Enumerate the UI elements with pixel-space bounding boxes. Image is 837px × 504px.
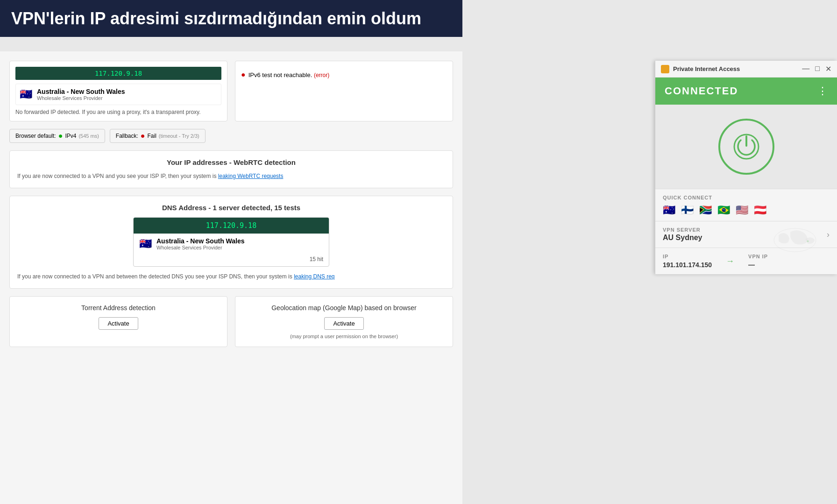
protocol-badge-ipv4: Browser default: ● IPv4 (545 ms) bbox=[9, 129, 105, 143]
fallback-note: (timeout - Try 2/3) bbox=[159, 133, 199, 139]
ipv4-time: (545 ms) bbox=[78, 133, 99, 139]
dns-isp-info: 🇦🇺 Australia - New South Wales Wholesale… bbox=[134, 234, 329, 254]
quick-connect-flag-br[interactable]: 🇧🇷 bbox=[717, 205, 730, 215]
pia-title-left: Private Internet Access bbox=[661, 65, 740, 73]
ipv4-label: IPv4 bbox=[65, 133, 76, 139]
pia-widget: Private Internet Access — □ ✕ CONNECTED … bbox=[655, 61, 837, 274]
pia-connected-bar: CONNECTED ⋮ bbox=[655, 78, 837, 105]
browser-content: 117.120.9.18 🇦🇺 Australia - New South Wa… bbox=[0, 51, 462, 504]
isp-section: 117.120.9.18 🇦🇺 Australia - New South Wa… bbox=[9, 61, 453, 121]
top-banner: VPN'lerin IP adresimi sızdırmadığından e… bbox=[0, 0, 462, 37]
protocol-badge-fallback: Fallback: ● Fail (timeout - Try 2/3) bbox=[110, 129, 206, 143]
quick-connect-flag-us[interactable]: 🇺🇸 bbox=[736, 205, 748, 215]
dns-card: 117.120.9.18 🇦🇺 Australia - New South Wa… bbox=[133, 217, 329, 267]
world-map-icon bbox=[772, 226, 818, 254]
isp-left-card: 117.120.9.18 🇦🇺 Australia - New South Wa… bbox=[9, 61, 227, 121]
torrent-action-card: Torrent Address detection Activate bbox=[9, 296, 227, 347]
power-ring[interactable] bbox=[718, 119, 774, 175]
ip-display-top: 117.120.9.18 bbox=[15, 67, 221, 80]
au-flag-icon: 🇦🇺 bbox=[20, 89, 32, 99]
webrtc-section: Your IP addresses - WebRTC detection If … bbox=[9, 150, 453, 188]
pia-server-section[interactable]: VPN SERVER AU Sydney › bbox=[655, 221, 837, 248]
ipv6-dot: ● bbox=[241, 71, 246, 79]
fallback-status: Fail bbox=[148, 133, 156, 139]
webrtc-title: Your IP addresses - WebRTC detection bbox=[17, 158, 445, 166]
dns-isp-text: Australia - New South Wales Wholesale Se… bbox=[156, 237, 245, 250]
geolocation-title: Geolocation map (Google Map) based on br… bbox=[243, 304, 445, 312]
no-forwarded-text: No forwarded IP detected. If you are usi… bbox=[15, 109, 221, 115]
ip-label: IP bbox=[663, 254, 712, 259]
quick-connect-flag-au[interactable]: 🇦🇺 bbox=[663, 205, 675, 215]
protocol-row: Browser default: ● IPv4 (545 ms) Fallbac… bbox=[9, 129, 453, 143]
fallback-dot: ● bbox=[141, 132, 145, 140]
pia-titlebar: Private Internet Access — □ ✕ bbox=[655, 61, 837, 78]
isp-subtitle: Wholesale Services Provider bbox=[37, 95, 125, 101]
quick-connect-flag-fi[interactable]: 🇫🇮 bbox=[681, 205, 694, 215]
ip-arrow-icon: → bbox=[726, 256, 734, 266]
pia-connected-text: CONNECTED bbox=[665, 85, 738, 97]
quick-connect-label: QUICK CONNECT bbox=[663, 195, 830, 200]
pia-window-controls: — □ ✕ bbox=[802, 64, 831, 73]
server-chevron-icon[interactable]: › bbox=[827, 230, 830, 240]
torrent-title: Torrent Address detection bbox=[17, 304, 220, 312]
ip-value: 191.101.174.150 bbox=[663, 261, 712, 269]
fallback-label: Fallback: bbox=[116, 133, 138, 139]
vpn-ip-value: — bbox=[748, 261, 768, 269]
quick-connect-flag-za[interactable]: 🇿🇦 bbox=[699, 205, 712, 215]
pia-power-area bbox=[655, 105, 837, 189]
dns-isp-subtitle: Wholesale Services Provider bbox=[156, 245, 245, 250]
dns-au-flag-icon: 🇦🇺 bbox=[139, 239, 152, 249]
ip-block: IP 191.101.174.150 bbox=[663, 254, 712, 269]
isp-text-block: Australia - New South Wales Wholesale Se… bbox=[37, 88, 125, 101]
action-row: Torrent Address detection Activate Geolo… bbox=[9, 296, 453, 347]
maximize-button[interactable]: □ bbox=[815, 64, 820, 73]
isp-info: 🇦🇺 Australia - New South Wales Wholesale… bbox=[15, 84, 221, 105]
vpn-ip-label: VPN IP bbox=[748, 254, 768, 259]
banner-title: VPN'lerin IP adresimi sızdırmadığından e… bbox=[11, 8, 451, 28]
svg-point-3 bbox=[807, 241, 809, 242]
pia-quick-connect-section: QUICK CONNECT 🇦🇺 🇫🇮 🇿🇦 🇧🇷 🇺🇸 🇦🇹 bbox=[655, 189, 837, 221]
ipv6-status: ● IPv6 test not reachable. (error) bbox=[241, 67, 447, 83]
pia-app-icon bbox=[661, 65, 669, 73]
dns-leak-link[interactable]: leaking DNS req bbox=[294, 273, 334, 280]
geolocation-activate-button[interactable]: Activate bbox=[324, 317, 363, 330]
minimize-button[interactable]: — bbox=[802, 64, 809, 73]
power-icon bbox=[732, 133, 760, 161]
dns-section: DNS Address - 1 server detected, 15 test… bbox=[9, 196, 453, 289]
quick-connect-flags: 🇦🇺 🇫🇮 🇿🇦 🇧🇷 🇺🇸 🇦🇹 bbox=[663, 205, 830, 215]
dns-footer: If you are now connected to a VPN and be… bbox=[17, 272, 445, 281]
vpn-ip-block: VPN IP — bbox=[748, 254, 768, 269]
pia-menu-button[interactable]: ⋮ bbox=[817, 85, 828, 97]
dns-isp-name: Australia - New South Wales bbox=[156, 237, 245, 245]
dns-hit-count: 15 hit bbox=[134, 254, 329, 266]
dns-ip-display: 117.120.9.18 bbox=[134, 218, 329, 234]
dns-title: DNS Address - 1 server detected, 15 test… bbox=[17, 204, 445, 212]
webrtc-description: If you are now connected to a VPN and yo… bbox=[17, 172, 445, 180]
pia-app-title: Private Internet Access bbox=[673, 65, 740, 72]
close-button[interactable]: ✕ bbox=[825, 64, 831, 73]
geolocation-note: (may prompt a user permission on the bro… bbox=[243, 334, 445, 339]
webrtc-link[interactable]: leaking WebRTC requests bbox=[218, 173, 284, 179]
ipv4-dot: ● bbox=[58, 132, 63, 140]
ipv6-label: IPv6 test not reachable. (error) bbox=[248, 71, 330, 78]
browser-default-label: Browser default: bbox=[15, 133, 56, 139]
isp-name: Australia - New South Wales bbox=[37, 88, 125, 95]
geolocation-action-card: Geolocation map (Google Map) based on br… bbox=[235, 296, 453, 347]
isp-right-card: ● IPv6 test not reachable. (error) bbox=[235, 61, 453, 121]
torrent-activate-button[interactable]: Activate bbox=[99, 317, 138, 330]
quick-connect-flag-at[interactable]: 🇦🇹 bbox=[754, 205, 766, 215]
